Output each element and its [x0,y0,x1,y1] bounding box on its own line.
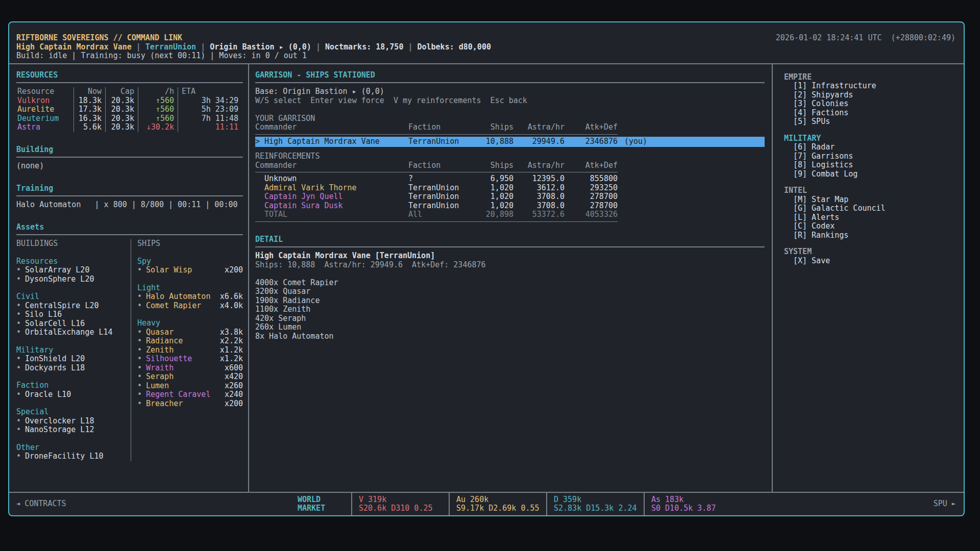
menu-item-garrisons[interactable]: [7]Garrisons [784,152,960,161]
menu-item-combat-log[interactable]: [9]Combat Log [784,170,960,179]
building-item: •DroneFacility L10 [16,452,131,461]
building-item: •Dockyards L18 [16,364,131,373]
menu-item-star-map[interactable]: [M]Star Map [784,195,960,205]
hotkey: [8] [793,161,807,170]
row-astra: 3708.0 [513,202,565,211]
resource-rate: ↑560 [138,96,178,106]
col-faction: Faction [408,123,469,132]
resources-section-title: RESOURCES [16,71,243,80]
menu-section-title: INTEL [784,186,960,195]
row-astra: 3708.0 [513,192,565,202]
col-ships: Ships [469,161,513,170]
resource-name: Deuterium [16,114,74,123]
assets-columns: BUILDINGS Resources •SolarArray L20 •Dys… [16,239,243,461]
menu-item-alerts[interactable]: [L]Alerts [784,213,960,222]
row-ships: 6,950 [469,174,513,184]
bullet-icon: • [137,302,146,311]
col-astra: Astra/hr [513,123,565,132]
ship-count: x1.2k [220,346,243,355]
bullet-icon: • [16,355,25,364]
status-bar: ◄ CONTRACTS WORLD MARKET V 319k S20.6k D… [9,492,964,515]
total-atkdef: 4053326 [565,210,618,219]
your-garrison-title: YOUR GARRISON [255,114,765,123]
divider [255,221,618,222]
row-ships: 10,888 [469,137,513,146]
ship-count: x1.2k [220,355,243,364]
menu-item-logistics[interactable]: [8]Logistics [784,161,960,170]
menu-item-infrastructure[interactable]: [1]Infrastructure [784,82,960,91]
bullet-icon: • [137,346,146,355]
ship-item: •Zenithx1.2k [137,346,243,355]
divider [16,234,243,235]
ship-item: •Lumenx260 [137,382,243,391]
ship-item: •Silhouettex1.2k [137,355,243,364]
bullet-icon: • [16,364,25,373]
left-panel: RESOURCES Resource Now Cap /h ETA Vulkro… [9,64,248,492]
divider [255,82,765,83]
menu-section-empire: EMPIRE [1]Infrastructure [2]Shipyards [3… [784,73,960,127]
menu-item-shipyards[interactable]: [2]Shipyards [784,91,960,100]
ship-name: Comet Rapier [146,302,201,311]
contracts-label: CONTRACTS [24,499,66,509]
spu-pager[interactable]: SPU ► [934,499,955,509]
resource-rate: ↓30.2k [138,123,178,132]
fleet-composition-line: 8x Halo Automaton [255,332,765,341]
col-astra: Astra/hr [513,161,565,170]
menu-item-rankings[interactable]: [R]Rankings [784,231,960,240]
bullet-icon: • [137,399,146,409]
garrison-panel: GARRISON - SHIPS STATIONED Base: Origin … [249,64,772,492]
building-item-label: OrbitalExchange L14 [25,328,113,337]
market-price-line: Au 260k [456,495,546,505]
market-price-line: D 359k [554,495,644,505]
menu-section-system: SYSTEM [X]Save [784,247,960,265]
reinforcements-total-row: TOTAL All 20,898 53372.6 4053326 [255,210,765,219]
menu-item-radar[interactable]: [6]Radar [784,143,960,152]
spacer [255,147,765,152]
main-area: RESOURCES Resource Now Cap /h ETA Vulkro… [9,64,964,492]
resource-eta: 3h 34:29 [178,96,242,106]
resource-now: 16.3k [74,114,105,123]
reinforcements-title: REINFORCEMENTS [255,152,765,161]
menu-item-factions[interactable]: [4]Factions [784,109,960,118]
contracts-pager[interactable]: ◄ CONTRACTS [16,499,298,509]
menu-item-colonies[interactable]: [3]Colonies [784,99,960,109]
menu-item-spus[interactable]: [5]SPUs [784,117,960,127]
bullet-icon: • [16,266,25,275]
reinforcement-row[interactable]: Admiral Varik Thorne TerranUnion 1,020 3… [255,184,765,193]
menu-item-galactic-council[interactable]: [G]Galactic Council [784,204,960,213]
resource-row: Astra 5.6k 20.3k ↓30.2k 11:11 [16,123,243,132]
resource-cap: 20.3k [105,123,138,132]
fleet-composition: 4000x Comet Rapier 3200x Quasar 1900x Ra… [255,279,765,341]
activity-status-line: Build: idle | Training: busy (next 00:11… [16,52,955,61]
building-section-title: Building [16,145,243,155]
ship-name: Solar Wisp [146,266,192,275]
building-item: •NanoStorage L12 [16,425,131,435]
ship-item: •Quasarx3.8k [137,328,243,337]
bullet-icon: • [16,275,25,284]
app-title: RIFTBORNE SOVEREIGNS // COMMAND LINK [16,34,182,43]
garrison-row-selected[interactable]: >High Captain Mordrax Vane TerranUnion 1… [255,137,765,147]
building-item: •CentralSpire L20 [16,302,131,311]
building-item: •IonShield L20 [16,355,131,364]
hotkey: [C] [793,222,807,231]
total-astra: 53372.6 [513,210,565,219]
market-segment-deuterium: D 359k S2.83k D15.3k 2.24 [546,493,644,515]
reinforcement-row[interactable]: Captain Jyn Quell TerranUnion 1,020 3708… [255,192,765,202]
ship-item: •Regent Caravelx240 [137,390,243,399]
reinforcement-row[interactable]: Captain Sura Dusk TerranUnion 1,020 3708… [255,202,765,211]
building-group: Resources •SolarArray L20 •DysonSphere L… [16,257,131,284]
row-faction: ? [408,174,469,184]
menu-item-codex[interactable]: [C]Codex [784,222,960,231]
row-astra: 12395.0 [513,174,565,184]
hotkey: [4] [793,109,807,118]
total-faction: All [408,210,469,219]
row-commander: High Captain Mordrax Vane [264,137,380,146]
building-item-label: SolarArray L20 [25,266,89,275]
hotkey: [5] [793,117,807,127]
reinforcement-row[interactable]: Unknown ? 6,950 12395.0 855800 [255,174,765,184]
divider [16,195,243,196]
building-group: Other •DroneFacility L10 [16,443,131,461]
row-ships: 1,020 [469,192,513,202]
ship-name: Seraph [146,372,174,382]
menu-item-save[interactable]: [X]Save [784,257,960,266]
